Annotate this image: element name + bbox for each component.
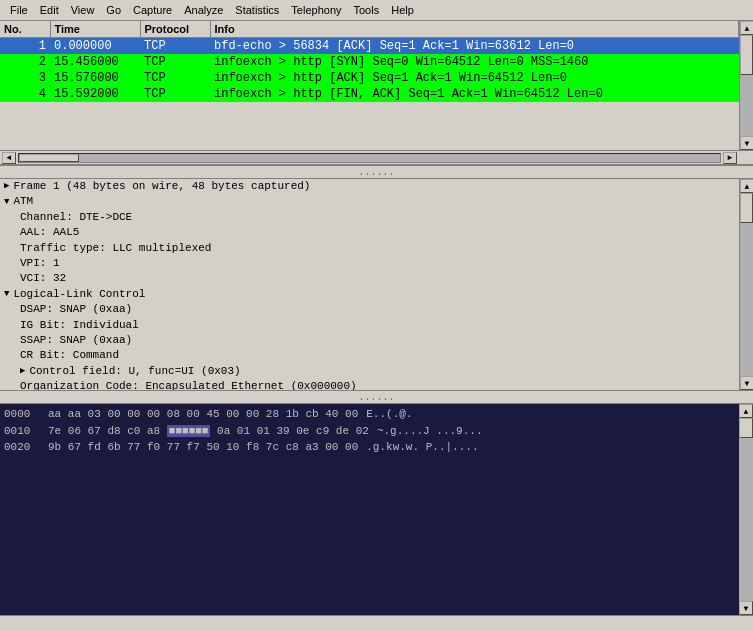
menu-analyze[interactable]: Analyze: [178, 2, 229, 18]
col-protocol: Protocol: [140, 21, 210, 38]
menu-file[interactable]: File: [4, 2, 34, 18]
menu-statistics[interactable]: Statistics: [229, 2, 285, 18]
cell-no: 2: [0, 54, 50, 70]
detail-section-header[interactable]: Logical-Link Control: [0, 287, 739, 302]
menu-telephony[interactable]: Telephony: [285, 2, 347, 18]
cell-info: infoexch > http [SYN] Seq=0 Win=64512 Le…: [210, 54, 739, 70]
detail-section-header[interactable]: Frame 1 (48 bytes on wire, 48 bytes capt…: [0, 179, 739, 194]
col-no: No.: [0, 21, 50, 38]
status-bar: [0, 615, 753, 631]
hex-vscroll[interactable]: ▲ ▼: [739, 404, 753, 615]
table-header-row: No. Time Protocol Info: [0, 21, 739, 38]
hex-ascii: E..(.@.: [366, 406, 412, 423]
table-row[interactable]: 10.000000TCPbfd-echo > 56834 [ACK] Seq=1…: [0, 38, 739, 55]
hex-highlight: ■■■■■■: [167, 425, 211, 437]
cell-no: 1: [0, 38, 50, 55]
detail-field: IG Bit: Individual: [0, 318, 739, 333]
detail-label: Frame 1 (48 bytes on wire, 48 bytes capt…: [13, 179, 310, 194]
hscroll-right[interactable]: ►: [723, 152, 737, 164]
pane-divider-1[interactable]: ......: [0, 165, 753, 179]
table-row[interactable]: 215.456000TCPinfoexch > http [SYN] Seq=0…: [0, 54, 739, 70]
triangle-down-icon: [4, 288, 9, 301]
detail-field: SSAP: SNAP (0xaa): [0, 333, 739, 348]
detail-label: Control field: U, func=UI (0x03): [29, 364, 240, 379]
detail-label: Logical-Link Control: [13, 287, 145, 302]
triangle-down-icon: [4, 196, 9, 209]
hex-offset: 0000: [4, 406, 40, 423]
hex-scroll-down[interactable]: ▼: [739, 601, 753, 615]
hex-offset: 0020: [4, 439, 40, 456]
hex-bytes: 7e 06 67 d8 c0 a8 ■■■■■■ 0a 01 01 39 0e …: [48, 423, 369, 440]
scroll-down-arrow[interactable]: ▼: [740, 136, 753, 150]
detail-field: Traffic type: LLC multiplexed: [0, 241, 739, 256]
table-row[interactable]: 315.576000TCPinfoexch > http [ACK] Seq=1…: [0, 70, 739, 86]
cell-protocol: TCP: [140, 38, 210, 55]
detail-label: VCI: 32: [20, 271, 66, 286]
menu-go[interactable]: Go: [100, 2, 127, 18]
pane-divider-2[interactable]: ......: [0, 390, 753, 404]
scroll-track[interactable]: [740, 35, 753, 136]
table-row[interactable]: 415.592000TCPinfoexch > http [FIN, ACK] …: [0, 86, 739, 102]
cell-time: 15.576000: [50, 70, 140, 86]
hex-row: 0000 aa aa 03 00 00 00 08 00 45 00 00 28…: [4, 406, 735, 423]
hex-scroll-up[interactable]: ▲: [739, 404, 753, 418]
cell-protocol: TCP: [140, 54, 210, 70]
cell-no: 4: [0, 86, 50, 102]
menu-tools[interactable]: Tools: [348, 2, 386, 18]
detail-label: Organization Code: Encapsulated Ethernet…: [20, 379, 357, 390]
menu-help[interactable]: Help: [385, 2, 420, 18]
detail-field: Channel: DTE->DCE: [0, 210, 739, 225]
hex-bytes: 9b 67 fd 6b 77 f0 77 f7 50 10 f8 7c c8 a…: [48, 439, 358, 456]
hex-pane: 0000 aa aa 03 00 00 00 08 00 45 00 00 28…: [0, 404, 739, 482]
detail-vscroll[interactable]: ▲ ▼: [739, 179, 753, 390]
hex-pane-wrapper: 0000 aa aa 03 00 00 00 08 00 45 00 00 28…: [0, 404, 753, 615]
menu-edit[interactable]: Edit: [34, 2, 65, 18]
scroll-up-arrow[interactable]: ▲: [740, 21, 753, 35]
menubar: File Edit View Go Capture Analyze Statis…: [0, 0, 753, 21]
detail-field: VCI: 32: [0, 271, 739, 286]
cell-time: 15.592000: [50, 86, 140, 102]
detail-scroll-down[interactable]: ▼: [740, 376, 753, 390]
detail-label: CR Bit: Command: [20, 348, 119, 363]
detail-label: ATM: [13, 194, 33, 209]
detail-label: AAL: AAL5: [20, 225, 79, 240]
cell-info: infoexch > http [ACK] Seq=1 Ack=1 Win=64…: [210, 70, 739, 86]
col-info: Info: [210, 21, 739, 38]
triangle-right-icon: [4, 180, 9, 193]
detail-label: Traffic type: LLC multiplexed: [20, 241, 211, 256]
hex-ascii: .g.kw.w. P..|....: [366, 439, 478, 456]
detail-field: Organization Code: Encapsulated Ethernet…: [0, 379, 739, 390]
scroll-thumb[interactable]: [740, 35, 753, 75]
detail-label: DSAP: SNAP (0xaa): [20, 302, 132, 317]
hscroll-left[interactable]: ◄: [2, 152, 16, 164]
hex-bytes: aa aa 03 00 00 00 08 00 45 00 00 28 1b c…: [48, 406, 358, 423]
detail-field: VPI: 1: [0, 256, 739, 271]
detail-field: CR Bit: Command: [0, 348, 739, 363]
cell-info: infoexch > http [FIN, ACK] Seq=1 Ack=1 W…: [210, 86, 739, 102]
cell-protocol: TCP: [140, 86, 210, 102]
packet-list-vscroll[interactable]: ▲ ▼: [739, 21, 753, 150]
col-time: Time: [50, 21, 140, 38]
detail-scroll-up[interactable]: ▲: [740, 179, 753, 193]
hex-scroll-thumb[interactable]: [739, 418, 753, 438]
packet-list-pane: No. Time Protocol Info 10.000000TCPbfd-e…: [0, 21, 753, 151]
detail-label: VPI: 1: [20, 256, 60, 271]
packet-detail-scroll[interactable]: Frame 1 (48 bytes on wire, 48 bytes capt…: [0, 179, 739, 390]
detail-field: Control field: U, func=UI (0x03): [0, 364, 739, 379]
hex-row: 0010 7e 06 67 d8 c0 a8 ■■■■■■ 0a 01 01 3…: [4, 423, 735, 440]
packet-detail-wrapper: Frame 1 (48 bytes on wire, 48 bytes capt…: [0, 179, 753, 390]
cell-no: 3: [0, 70, 50, 86]
hex-offset: 0010: [4, 423, 40, 440]
detail-scroll-track[interactable]: [740, 193, 753, 376]
packet-detail: Frame 1 (48 bytes on wire, 48 bytes capt…: [0, 179, 739, 390]
cell-time: 0.000000: [50, 38, 140, 55]
packet-table: No. Time Protocol Info 10.000000TCPbfd-e…: [0, 21, 739, 102]
detail-label: SSAP: SNAP (0xaa): [20, 333, 132, 348]
detail-scroll-thumb[interactable]: [740, 193, 753, 223]
menu-view[interactable]: View: [65, 2, 101, 18]
cell-time: 15.456000: [50, 54, 140, 70]
hex-scroll-track[interactable]: [739, 418, 753, 601]
detail-field: DSAP: SNAP (0xaa): [0, 302, 739, 317]
menu-capture[interactable]: Capture: [127, 2, 178, 18]
detail-section-header[interactable]: ATM: [0, 194, 739, 209]
